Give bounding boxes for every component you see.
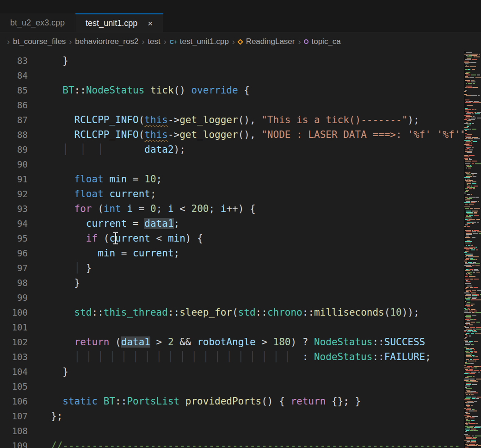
breadcrumb-item-behaviortree-ros2[interactable]: behaviortree_ros2: [75, 37, 138, 46]
breadcrumb-item-bt-course-files[interactable]: bt_course_files: [13, 37, 66, 46]
breadcrumb-item-topic[interactable]: topic_ca: [304, 37, 340, 46]
code-text: float min = 10;: [51, 174, 162, 185]
breadcrumb-item-test[interactable]: test: [148, 37, 160, 46]
token: (),: [238, 114, 262, 125]
code-line[interactable]: 96 min = current;: [0, 246, 464, 261]
code-text: BT::NodeStatus tick() override {: [51, 85, 250, 96]
code-line[interactable]: 94 current = data1;: [0, 216, 464, 231]
code-line[interactable]: 92 float current;: [0, 187, 464, 201]
token: );: [407, 114, 419, 125]
token: providedPorts: [179, 396, 261, 407]
line-number: 95: [0, 231, 28, 246]
code-line[interactable]: 107};: [0, 409, 464, 423]
token: milliseconds: [314, 307, 384, 318]
token: (): [174, 85, 185, 96]
token: ::: [256, 307, 267, 318]
token: ;: [156, 203, 168, 214]
code-line[interactable]: 84: [0, 68, 464, 83]
line-number: 92: [0, 187, 28, 201]
code-line[interactable]: 97 │ }: [0, 261, 464, 275]
code-line[interactable]: 104 }: [0, 364, 464, 379]
code-text: }: [51, 277, 80, 288]
code-text: RCLCPP_INFO(this->get_logger(), "NODE : …: [51, 129, 464, 140]
code-line[interactable]: 86: [0, 98, 464, 112]
breadcrumb-item-readinglaser[interactable]: ReadingLaser: [238, 37, 295, 46]
minimap[interactable]: [464, 51, 481, 448]
class-icon: [237, 39, 243, 45]
token: i: [221, 203, 227, 214]
line-number: 94: [0, 216, 28, 231]
token: =: [127, 218, 144, 229]
code-line[interactable]: 102 return (data1 > 2 && robotAngle > 18…: [0, 335, 464, 349]
token: FAILURE: [384, 351, 426, 362]
code-line[interactable]: 103 │ │ │ │ │ │ │ │ │ │ │ │ │ │ │ │ │ │ …: [0, 349, 464, 364]
line-number: 102: [0, 335, 28, 349]
token: "This is a tick()-------": [261, 114, 407, 125]
breadcrumb-item-test-unit1-cpp[interactable]: C+ test_unit1.cpp: [170, 37, 229, 46]
line-number: 91: [0, 172, 28, 187]
close-icon[interactable]: ×: [148, 19, 153, 28]
token: //--------------------------------------…: [51, 440, 460, 448]
code-line[interactable]: 99: [0, 290, 464, 305]
token: }: [86, 262, 92, 274]
code-text: current = data1;: [51, 218, 179, 229]
token: data1: [121, 336, 150, 348]
token: (),: [238, 129, 262, 140]
code-text: │ │ │ │ │ │ │ │ │ │ │ │ │ │ │ │ │ │ │ : …: [51, 351, 431, 362]
token: [104, 144, 145, 155]
token: tick: [144, 85, 173, 96]
code-editor[interactable]: 83 }8485 BT::NodeStatus tick() override …: [0, 51, 464, 448]
code-line[interactable]: 93 for (int i = 0; i < 200; i++) {: [0, 201, 464, 216]
token: return: [51, 336, 109, 348]
token: 2: [168, 336, 174, 348]
token: min: [168, 233, 185, 244]
token: return: [290, 396, 326, 407]
code-line[interactable]: 87 RCLCPP_INFO(this->get_logger(), "This…: [0, 112, 464, 127]
line-number: 85: [0, 83, 28, 98]
code-line[interactable]: 106 static BT::PortsList providedPorts()…: [0, 394, 464, 409]
code-line[interactable]: 89 │ │ │ data2);: [0, 142, 464, 157]
code-line[interactable]: 85 BT::NodeStatus tick() override {: [0, 83, 464, 98]
token: min: [98, 248, 115, 259]
chevron-right-icon: ›: [229, 37, 238, 47]
token: &&: [174, 336, 197, 348]
token: current: [86, 218, 127, 229]
code-line[interactable]: 101: [0, 320, 464, 335]
token: {: [238, 85, 250, 96]
token: =: [133, 203, 150, 214]
code-line[interactable]: 98 }: [0, 275, 464, 290]
token: ;: [209, 203, 220, 214]
token: NodeStatus: [86, 85, 144, 96]
token: ::: [372, 351, 384, 362]
tab-bt_u2_ex3[interactable]: bt_u2_ex3.cpp: [0, 13, 75, 32]
line-number: 86: [0, 98, 28, 112]
code-line[interactable]: 83 }: [0, 53, 464, 68]
token: );: [174, 144, 185, 155]
code-line[interactable]: 91 float min = 10;: [0, 172, 464, 187]
token: ::: [372, 336, 384, 348]
token: 0: [150, 203, 156, 214]
code-line[interactable]: 109//-----------------------------------…: [0, 438, 464, 448]
code-line[interactable]: 95 if (current < min) {: [0, 231, 464, 246]
code-text: for (int i = 0; i < 200; i++) {: [51, 203, 256, 214]
line-number: 108: [0, 423, 28, 438]
code-line[interactable]: 105: [0, 379, 464, 394]
code-text: return (data1 > 2 && robotAngle > 180) ?…: [51, 336, 425, 348]
token: =: [115, 248, 133, 259]
token: │ │ │: [51, 144, 104, 155]
code-line[interactable]: 100 std::this_thread::sleep_for(std::chr…: [0, 305, 464, 320]
tab-test_unit1[interactable]: test_unit1.cpp ×: [75, 13, 163, 32]
token: [51, 218, 86, 229]
code-text: if (current < min) {: [51, 233, 203, 244]
code-text: float current;: [51, 188, 156, 199]
vscode-window: bt_u2_ex3.cpp test_unit1.cpp × › bt_cour…: [0, 0, 481, 448]
breadcrumb-label: behaviortree_ros2: [75, 37, 138, 46]
code-line[interactable]: 88 RCLCPP_INFO(this->get_logger(), "NODE…: [0, 127, 464, 142]
token: current: [104, 188, 150, 199]
code-line[interactable]: 90: [0, 157, 464, 172]
token: =: [127, 174, 144, 185]
token: {}; }: [326, 396, 361, 407]
code-text: std::this_thread::sleep_for(std::chrono:…: [51, 307, 419, 318]
code-line[interactable]: 108: [0, 423, 464, 438]
token: (: [232, 307, 238, 318]
